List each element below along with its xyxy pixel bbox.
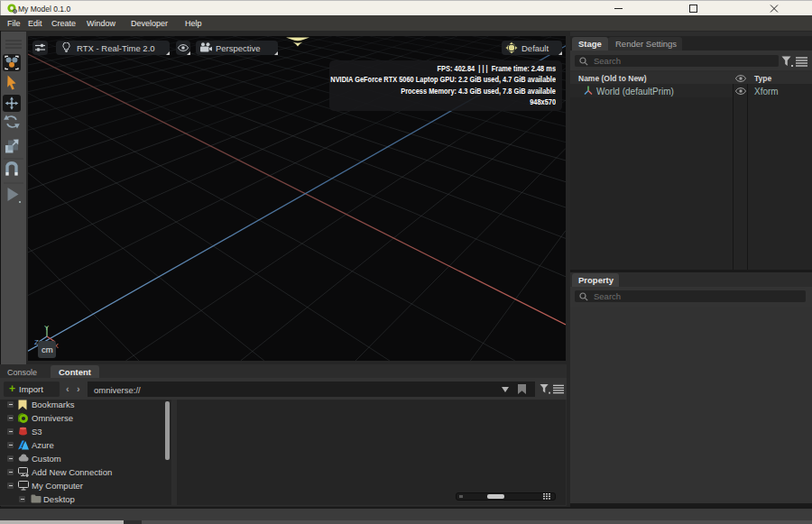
svg-text:Y: Y	[44, 324, 50, 332]
